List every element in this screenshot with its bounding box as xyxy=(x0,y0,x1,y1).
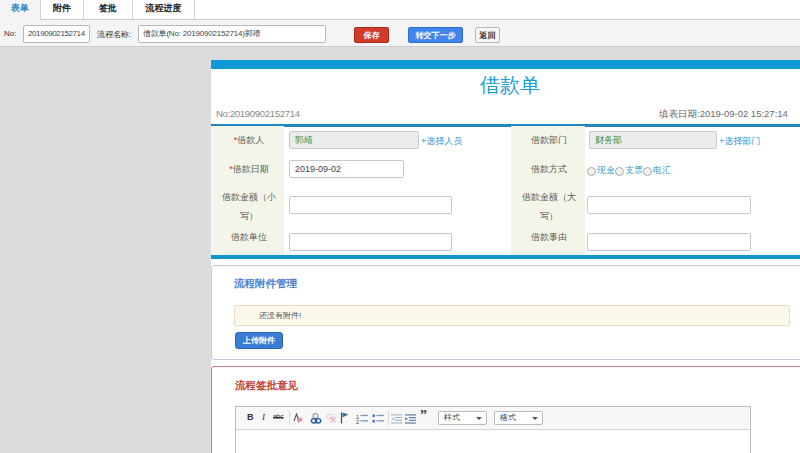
svg-text:2: 2 xyxy=(356,419,359,424)
